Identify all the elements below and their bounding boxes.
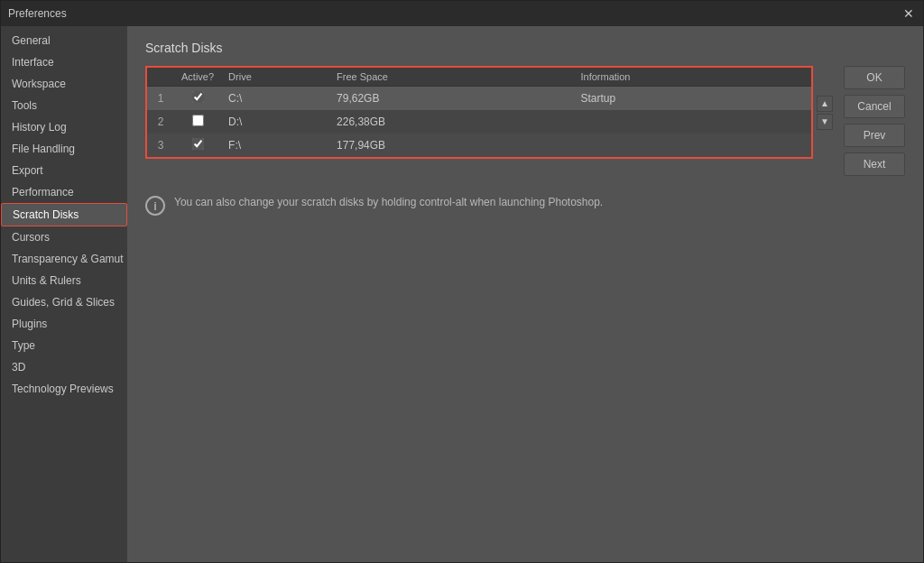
disk-table-wrapper: Active? Drive Free Space Information 1	[145, 66, 813, 159]
section-title: Scratch Disks	[145, 41, 905, 55]
row-information	[573, 110, 811, 134]
row-checkbox[interactable]	[174, 134, 221, 157]
row-drive: D:\	[221, 110, 329, 134]
ok-button[interactable]: OK	[844, 66, 905, 89]
sidebar-item-workspace[interactable]: Workspace	[1, 73, 127, 95]
sidebar: General Interface Workspace Tools Histor…	[1, 26, 127, 562]
col-header-information: Information	[573, 68, 811, 87]
sidebar-item-scratch-disks[interactable]: Scratch Disks	[1, 203, 127, 226]
table-row[interactable]: 1 C:\ 79,62GB Startup	[147, 87, 811, 111]
main-panel: Scratch Disks Active? Drive Free Space	[127, 26, 923, 562]
preferences-window: Preferences ✕ General Interface Workspac…	[0, 0, 924, 563]
sidebar-item-history-log[interactable]: History Log	[1, 116, 127, 138]
row-drive: C:\	[221, 87, 329, 111]
row-drive: F:\	[221, 134, 329, 157]
row-number: 2	[147, 110, 174, 134]
sidebar-item-plugins[interactable]: Plugins	[1, 313, 127, 335]
next-button[interactable]: Next	[844, 152, 905, 176]
disk-table-container: Active? Drive Free Space Information 1	[145, 66, 833, 159]
cancel-button[interactable]: Cancel	[844, 95, 905, 118]
scroll-down-button[interactable]: ▼	[817, 114, 833, 130]
row-number: 3	[147, 134, 174, 157]
sidebar-item-units-rulers[interactable]: Units & Rulers	[1, 270, 127, 291]
row-free-space: 177,94GB	[329, 134, 573, 157]
row-checkbox[interactable]	[174, 87, 221, 111]
disk-active-checkbox-3[interactable]	[192, 138, 204, 150]
close-button[interactable]: ✕	[901, 6, 916, 21]
window-title: Preferences	[8, 7, 67, 20]
disk-active-checkbox-2[interactable]	[192, 115, 204, 126]
sidebar-item-guides-grid-slices[interactable]: Guides, Grid & Slices	[1, 291, 127, 313]
titlebar: Preferences ✕	[1, 1, 923, 26]
col-header-active: Active?	[174, 68, 221, 87]
col-header-free-space: Free Space	[329, 68, 573, 87]
row-free-space: 226,38GB	[329, 110, 573, 134]
table-row[interactable]: 2 D:\ 226,38GB	[147, 110, 811, 134]
table-row[interactable]: 3 F:\ 177,94GB	[147, 134, 811, 157]
scroll-arrows: ▲ ▼	[817, 66, 833, 159]
row-number: 1	[147, 87, 174, 111]
col-header-drive: Drive	[221, 68, 329, 87]
prev-button[interactable]: Prev	[844, 124, 905, 147]
sidebar-item-type[interactable]: Type	[1, 335, 127, 356]
disk-table: Active? Drive Free Space Information 1	[147, 68, 811, 157]
row-checkbox[interactable]	[174, 110, 221, 134]
disk-active-checkbox-1[interactable]	[192, 91, 204, 103]
sidebar-item-3d[interactable]: 3D	[1, 356, 127, 378]
info-message: i You can also change your scratch disks…	[145, 194, 905, 216]
sidebar-item-export[interactable]: Export	[1, 160, 127, 181]
buttons-panel: OK Cancel Prev Next	[833, 66, 905, 176]
sidebar-item-cursors[interactable]: Cursors	[1, 226, 127, 248]
info-icon: i	[145, 196, 165, 216]
row-free-space: 79,62GB	[329, 87, 573, 111]
sidebar-item-file-handling[interactable]: File Handling	[1, 138, 127, 160]
sidebar-item-performance[interactable]: Performance	[1, 181, 127, 203]
col-header-number	[147, 68, 174, 87]
sidebar-item-transparency-gamut[interactable]: Transparency & Gamut	[1, 248, 127, 270]
sidebar-item-technology-previews[interactable]: Technology Previews	[1, 378, 127, 400]
row-information	[573, 134, 811, 157]
content-area: General Interface Workspace Tools Histor…	[1, 26, 923, 562]
info-text: You can also change your scratch disks b…	[174, 194, 603, 210]
sidebar-item-tools[interactable]: Tools	[1, 95, 127, 116]
sidebar-item-general[interactable]: General	[1, 30, 127, 51]
sidebar-item-interface[interactable]: Interface	[1, 51, 127, 73]
scroll-up-button[interactable]: ▲	[817, 96, 833, 112]
row-information: Startup	[573, 87, 811, 111]
